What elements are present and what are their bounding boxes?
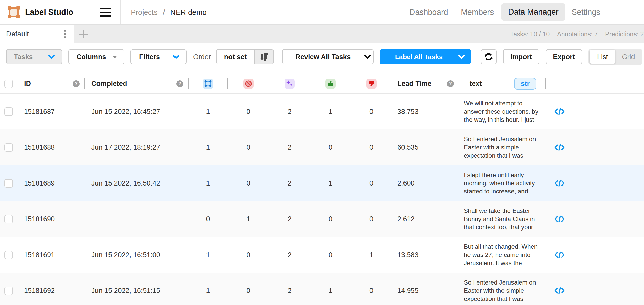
column-header-annotations[interactable]: [188, 74, 228, 93]
label-studio-logo-icon: [8, 6, 20, 18]
row-checkbox[interactable]: [4, 179, 13, 188]
breadcrumb-current-project: NER demo: [170, 8, 207, 17]
breadcrumb-separator: /: [163, 8, 165, 17]
cell-cancelled: 1: [228, 201, 269, 237]
view-toggle-grid[interactable]: Grid: [616, 50, 641, 64]
cell-predictions: 2: [269, 165, 310, 201]
table-row[interactable]: 15181691 Jun 15 2022, 16:51:00 1 0 2 0 1…: [0, 237, 644, 273]
refresh-button[interactable]: [481, 49, 497, 64]
nav-data-manager[interactable]: Data Manager: [501, 3, 565, 21]
export-button[interactable]: Export: [546, 49, 582, 64]
import-button[interactable]: Import: [503, 49, 539, 64]
row-checkbox[interactable]: [4, 215, 13, 223]
chevron-down-icon: [173, 55, 179, 59]
cell-id: 15181688: [20, 129, 84, 165]
filters-dropdown-label: Filters: [139, 53, 160, 61]
data-manager-app: Label Studio Projects / NER demo Dashboa…: [0, 0, 644, 305]
cell-id: 15181687: [20, 94, 84, 129]
toolbar: Tasks Columns Filters Order not set: [0, 43, 644, 74]
cell-id: 15181690: [20, 201, 84, 237]
cell-predictions: 2: [269, 201, 310, 237]
column-header-thumbs-up[interactable]: [310, 74, 351, 93]
order-label: Order: [193, 49, 211, 64]
cell-text: We will not attempt toanswer these quest…: [459, 94, 546, 129]
nav-settings[interactable]: Settings: [572, 0, 600, 25]
cell-lead-time: 38.753: [392, 94, 459, 129]
order-value[interactable]: not set: [217, 50, 254, 64]
header-divider: [120, 0, 121, 24]
predictions-sparkles-icon: [285, 79, 295, 89]
nav-members[interactable]: Members: [461, 0, 494, 25]
cell-text: So I entered Jerusalem onEaster with the…: [459, 273, 546, 305]
column-header-source: [546, 74, 644, 93]
column-header-predictions[interactable]: [269, 74, 310, 93]
cell-predictions: 2: [269, 237, 310, 273]
annotations-icon: [203, 79, 213, 89]
tab-options-kebab-icon[interactable]: [61, 25, 69, 43]
cell-thumbs-up: 0: [310, 129, 351, 165]
row-checkbox[interactable]: [4, 251, 13, 259]
column-header-cancelled[interactable]: [228, 74, 269, 93]
counter-2: Predictions: 20: [605, 25, 644, 43]
cell-thumbs-down: 0: [351, 165, 392, 201]
cell-predictions: 2: [269, 273, 310, 305]
chevron-down-icon: [458, 54, 465, 59]
row-checkbox[interactable]: [4, 287, 13, 295]
cell-source[interactable]: [546, 129, 644, 165]
cell-completed: [84, 201, 188, 237]
view-toggle: List Grid: [588, 49, 642, 65]
row-checkbox[interactable]: [4, 107, 13, 116]
help-icon[interactable]: ?: [73, 80, 80, 87]
column-header-text[interactable]: text: [470, 80, 482, 88]
cell-thumbs-down: 1: [351, 237, 392, 273]
cell-completed: Jun 15 2022, 16:51:00: [84, 237, 188, 273]
cell-text: I slept there until earlymorning, when t…: [459, 165, 546, 201]
hamburger-menu-icon[interactable]: [100, 8, 111, 17]
label-all-tasks-button[interactable]: Label All Tasks: [380, 49, 471, 64]
cell-annotations: 1: [188, 273, 228, 305]
table-row[interactable]: 15181687 Jun 15 2022, 16:45:27 1 0 2 1 0…: [0, 94, 644, 129]
cell-predictions: 2: [269, 94, 310, 129]
cell-source[interactable]: [546, 201, 644, 237]
thumbs-down-icon: [366, 79, 377, 89]
cell-lead-time: 13.583: [392, 237, 459, 273]
cell-source[interactable]: [546, 237, 644, 273]
order-control[interactable]: not set: [216, 49, 274, 64]
import-label: Import: [510, 53, 532, 61]
table-row[interactable]: 15181692 Jun 15 2022, 16:51:15 1 0 2 1 0…: [0, 273, 644, 305]
help-icon[interactable]: ?: [176, 80, 183, 87]
top-header: Label Studio Projects / NER demo Dashboa…: [0, 0, 644, 25]
cell-source[interactable]: [546, 94, 644, 129]
table-row[interactable]: 15181690 0 1 2 0 0 2.612 Shall we take t…: [0, 201, 644, 237]
sort-descending-icon: [260, 52, 268, 61]
cell-thumbs-up: 0: [310, 237, 351, 273]
row-checkbox[interactable]: [4, 143, 13, 152]
add-tab-button[interactable]: [77, 27, 90, 41]
columns-dropdown[interactable]: Columns: [68, 49, 124, 64]
column-header-thumbs-down[interactable]: [351, 74, 392, 93]
breadcrumb-projects[interactable]: Projects: [131, 8, 158, 17]
cell-completed: Jun 17 2022, 18:19:27: [84, 129, 188, 165]
column-header-lead-time[interactable]: Lead Time: [397, 80, 431, 88]
filters-dropdown[interactable]: Filters: [130, 49, 187, 64]
chevron-down-icon: [364, 54, 371, 59]
tasks-view-dropdown[interactable]: Tasks: [6, 49, 62, 64]
table-row[interactable]: 15181689 Jun 15 2022, 16:50:42 1 0 2 1 0…: [0, 165, 644, 201]
cell-thumbs-up: 1: [310, 165, 351, 201]
cell-annotations: 1: [188, 165, 228, 201]
table-body: 15181687 Jun 15 2022, 16:45:27 1 0 2 1 0…: [0, 94, 644, 305]
cell-annotations: 1: [188, 129, 228, 165]
cell-source[interactable]: [546, 273, 644, 305]
cell-source[interactable]: [546, 165, 644, 201]
cancelled-icon: [243, 79, 254, 89]
review-all-tasks-select[interactable]: Review All Tasks: [282, 49, 374, 64]
table-row[interactable]: 15181688 Jun 17 2022, 18:19:27 1 0 2 0 0…: [0, 129, 644, 165]
app-logo[interactable]: [8, 6, 20, 18]
sort-direction-button[interactable]: [254, 50, 273, 64]
column-header-id[interactable]: ID: [24, 80, 31, 88]
column-header-completed[interactable]: Completed: [91, 80, 127, 88]
help-icon[interactable]: ?: [447, 80, 454, 87]
view-toggle-list[interactable]: List: [590, 50, 616, 64]
select-all-checkbox[interactable]: [4, 80, 13, 88]
nav-dashboard[interactable]: Dashboard: [409, 0, 448, 25]
